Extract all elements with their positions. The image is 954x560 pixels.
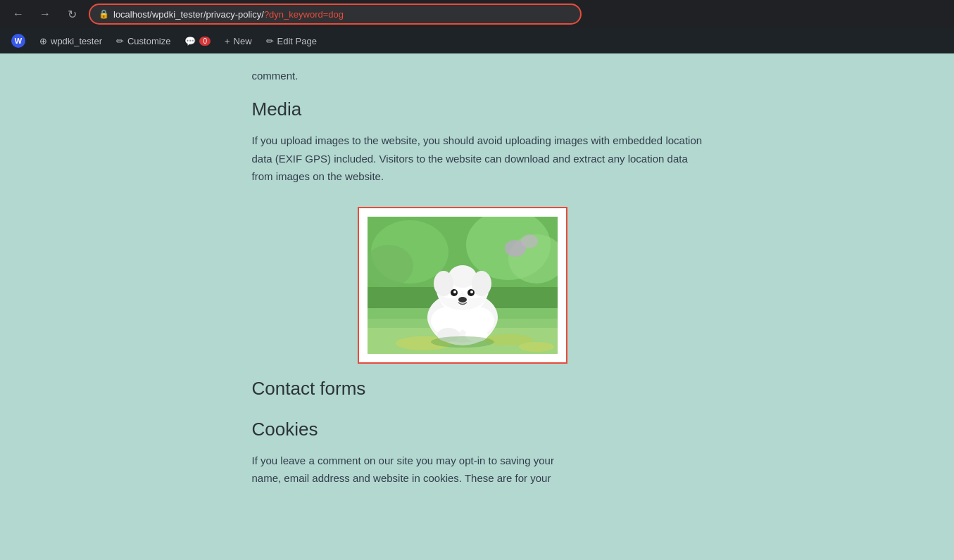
svg-point-32: [431, 336, 494, 348]
customize-item[interactable]: ✏ Customize: [111, 28, 176, 53]
comment-text: comment.: [252, 68, 703, 84]
svg-point-24: [472, 271, 491, 296]
svg-point-28: [470, 291, 473, 293]
dog-image-container: [358, 207, 567, 364]
svg-point-23: [434, 271, 453, 296]
forward-button[interactable]: →: [35, 4, 55, 24]
new-label: New: [234, 36, 252, 46]
page-content: comment. Media If you upload images to t…: [0, 53, 954, 560]
address-bar[interactable]: 🔒 localhost/wpdki_tester/privacy-policy/…: [89, 4, 582, 25]
wp-logo-text: W: [15, 37, 22, 45]
browser-chrome: ← → ↻ 🔒 localhost/wpdki_tester/privacy-p…: [0, 0, 954, 28]
back-button[interactable]: ←: [8, 4, 28, 24]
media-body: If you upload images to the website, you…: [252, 132, 703, 186]
site-icon: ⊕: [39, 36, 47, 46]
edit-page-label: Edit Page: [277, 36, 317, 46]
lock-icon: 🔒: [99, 9, 109, 19]
new-icon: +: [225, 36, 230, 46]
comments-icon: 💬: [184, 36, 196, 46]
svg-point-27: [453, 291, 456, 293]
dog-image: [368, 217, 558, 354]
svg-point-29: [458, 297, 467, 303]
url-text: localhost/wpdki_tester/privacy-policy/?d…: [113, 9, 344, 20]
divider: [252, 411, 703, 412]
comments-item[interactable]: 💬 0: [179, 28, 216, 53]
customize-label: Customize: [127, 36, 170, 46]
url-query: ?dyn_keyword=dog: [264, 9, 344, 20]
cookies-body-line1: If you leave a comment on our site you m…: [252, 454, 554, 466]
wp-admin-bar: W ⊕ wpdki_tester ✏ Customize 💬 0 + New ✏…: [0, 28, 954, 53]
cookies-body-line2: name, email address and website in cooki…: [252, 472, 551, 484]
content-wrapper: comment. Media If you upload images to t…: [238, 68, 717, 488]
customize-icon: ✏: [116, 36, 124, 46]
wp-logo-item[interactable]: W: [6, 28, 31, 53]
svg-point-13: [519, 342, 554, 352]
site-name-label: wpdki_tester: [51, 36, 102, 46]
new-item[interactable]: + New: [219, 28, 258, 53]
dog-svg: [368, 217, 558, 354]
wp-logo-icon: W: [11, 34, 25, 48]
svg-point-7: [521, 234, 538, 248]
edit-page-item[interactable]: ✏ Edit Page: [261, 28, 322, 53]
cookies-body: If you leave a comment on our site you m…: [252, 452, 703, 488]
reload-button[interactable]: ↻: [62, 4, 82, 24]
comments-count: 0: [199, 37, 211, 46]
media-heading: Media: [252, 98, 703, 120]
cookies-heading: Cookies: [252, 419, 703, 440]
edit-icon: ✏: [266, 36, 274, 46]
url-static: localhost/wpdki_tester/privacy-policy/: [113, 9, 264, 20]
contact-forms-heading: Contact forms: [252, 378, 703, 400]
site-name-item[interactable]: ⊕ wpdki_tester: [34, 28, 108, 53]
